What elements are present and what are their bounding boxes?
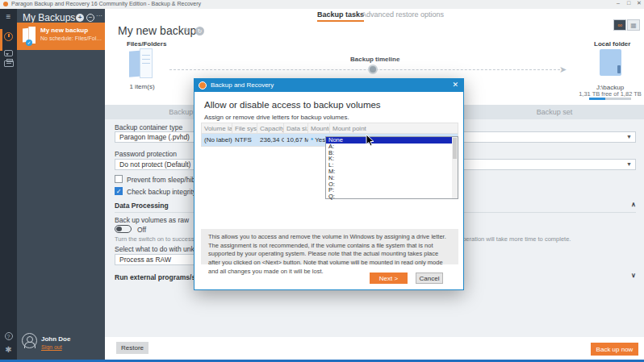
collapse-chevron-up-icon[interactable]: ∧ [631, 201, 636, 208]
backup-item-schedule: No schedule: Files/Folders ... [40, 35, 103, 41]
timeline-node-icon[interactable] [368, 64, 378, 74]
dropdown-option[interactable]: N: [326, 175, 458, 181]
feedback-chat-icon[interactable] [0, 50, 17, 58]
destination-label: Local folder [594, 40, 630, 48]
dialog-titlebar[interactable]: Backup and Recovery ✕ [194, 79, 463, 92]
destination-usage-bar [589, 98, 631, 100]
mounted-value: Yes [315, 136, 325, 144]
mount-point-dropdown-list: None A: B: K: L: M: N: O: P: Q: [325, 136, 458, 199]
dropdown-option[interactable]: P: [326, 187, 458, 193]
dropdown-option[interactable]: A: [326, 144, 458, 150]
timeline-line [169, 69, 560, 70]
password-protection-value: Do not protect (Default) [119, 160, 190, 169]
dropdown-option[interactable]: M: [326, 169, 458, 175]
dialog-heading: Allow or disable access to backup volume… [204, 100, 381, 110]
window-title: Paragon Backup and Recovery 16 Community… [11, 1, 201, 6]
password-protection-label: Password protection [115, 150, 177, 158]
table-header-row: Volume label File system Capacity Data s… [201, 123, 458, 134]
raw-volumes-label: Back up volumes as raw [115, 216, 189, 224]
col-volume-label: Volume label [202, 123, 232, 133]
dropdown-option[interactable]: Q: [326, 193, 458, 200]
col-capacity: Capacity [257, 123, 284, 133]
dropdown-scrollbar[interactable] [452, 137, 458, 198]
cancel-button[interactable]: Cancel [416, 273, 443, 284]
backup-folder-icon: ✓ [23, 27, 36, 44]
footer-bar: Restore Back up now [105, 337, 644, 360]
minimize-button[interactable]: – [613, 0, 623, 6]
col-mounted: Mounted [308, 123, 330, 133]
sign-out-link[interactable]: Sign out [41, 344, 62, 350]
col-data-size: Data size [284, 123, 308, 133]
user-name: John Doe [41, 335, 70, 343]
app-window: Paragon Backup and Recovery 16 Community… [0, 0, 644, 362]
expand-chevron-down-icon[interactable]: ∨ [631, 272, 636, 279]
toggle-state-label: Off [137, 226, 146, 234]
next-button[interactable]: Next > [370, 273, 408, 284]
dialog-close-icon[interactable]: ✕ [452, 81, 458, 89]
container-type-value: Paragon Image (.pvhd) [119, 133, 190, 141]
hamburger-menu-icon[interactable]: ≡ [0, 12, 17, 21]
dialog-info-text: This allows you to access and remove the… [201, 229, 458, 264]
col-file-system: File system [232, 123, 257, 133]
container-type-label: Backup container type [115, 123, 182, 131]
backup-item-name: My new backup [40, 27, 88, 34]
tab-backup-set[interactable]: Backup set [506, 108, 603, 116]
sidebar-title: My Backups [23, 12, 75, 23]
cell-capacity: 236,34 GB [257, 135, 284, 145]
data-processing-header: Data Processing [115, 202, 169, 210]
archives-printer-icon[interactable] [0, 60, 17, 69]
app-icon [3, 2, 8, 6]
settings-gear-icon[interactable]: ✱ [0, 345, 17, 354]
avatar [22, 333, 37, 348]
more-options-icon[interactable]: ··· [96, 12, 102, 19]
os-titlebar: Paragon Backup and Recovery 16 Community… [0, 0, 644, 9]
remove-backup-icon[interactable]: − [86, 14, 94, 22]
check-badge-icon: ✓ [26, 40, 32, 46]
prevent-sleep-checkbox[interactable] [115, 175, 123, 183]
raw-hint-right: operation will take more time to complet… [459, 235, 571, 243]
chevron-down-icon: ▼ [626, 160, 632, 169]
dropdown-option[interactable]: B: [326, 150, 458, 156]
dropdown-option[interactable]: None [326, 137, 458, 144]
timeline-label: Backup timeline [350, 56, 399, 63]
backup-now-button[interactable]: Back up now [591, 343, 638, 356]
source-label: Files/Folders [127, 40, 166, 48]
view-toggle-list-icon[interactable]: ∞ [613, 19, 626, 31]
add-backup-icon[interactable]: + [76, 14, 84, 22]
backup-and-recovery-dialog: Backup and Recovery ✕ Allow or disable a… [194, 78, 464, 290]
close-button[interactable]: ✕ [634, 0, 644, 6]
edit-pencil-icon[interactable]: ✎ [184, 27, 190, 35]
dropdown-option[interactable]: K: [326, 156, 458, 162]
dialog-title: Backup and Recovery [211, 81, 274, 89]
dropdown-option[interactable]: L: [326, 162, 458, 169]
dialog-subheading: Assign or remove drive letters for backu… [204, 114, 349, 121]
raw-volumes-toggle[interactable] [115, 225, 132, 233]
unknown-fs-value: Process as RAW [119, 256, 171, 264]
help-icon[interactable]: ? [0, 332, 17, 340]
dialog-logo-icon [199, 81, 207, 89]
cell-data-size: 10,67 MB [284, 135, 308, 145]
source-item-count: 1 item(s) [124, 83, 160, 90]
tab-advanced-restore-options[interactable]: Advanced restore options [362, 10, 444, 19]
mounted-star-icon: * [311, 136, 313, 144]
cell-volume-label: (No label) [202, 135, 232, 145]
backup-jobs-clock-icon[interactable] [0, 32, 17, 43]
sidebar-item-my-new-backup[interactable]: ✓ My new backup No schedule: Files/Folde… [17, 23, 105, 50]
dropdown-option[interactable]: O: [326, 181, 458, 188]
cell-file-system: NTFS [232, 135, 257, 145]
restore-button[interactable]: Restore [116, 342, 148, 354]
sidebar: My Backups + − ··· ✓ My new backup No sc… [17, 9, 105, 360]
user-panel: John Doe Sign out [17, 333, 105, 357]
clone-backup-icon[interactable]: ↻ [195, 27, 204, 35]
view-toggle-grid-icon[interactable]: ▦ [627, 19, 640, 31]
col-mount-point: Mount point [330, 123, 458, 133]
source-folder-icon[interactable] [129, 48, 153, 78]
check-integrity-checkbox[interactable]: ✓ [115, 187, 123, 195]
left-rail: ≡ ? ✱ [0, 9, 17, 360]
maximize-button[interactable]: □ [624, 0, 634, 6]
chevron-down-icon: ▼ [626, 132, 632, 142]
destination-free-space: 1,31 TB free of 1,82 TB [562, 90, 644, 98]
destination-folder-icon[interactable] [600, 49, 621, 76]
tab-backup-tasks[interactable]: Backup tasks [317, 10, 364, 19]
timeline-arrow-icon: ➤ [559, 64, 567, 75]
